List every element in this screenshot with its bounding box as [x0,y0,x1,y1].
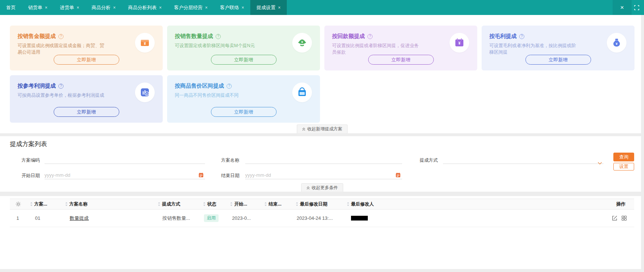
scrollbar-track[interactable] [641,15,644,272]
card-title-row: 按毛利提成 ? [489,33,524,40]
card-title: 按销售数量提成 [175,33,213,40]
card-payment-collection-commission: 按回款额提成 ? 可设置按比例提或者阶梯区间提，促进业务员催款 ¥ 立即新增 [324,26,477,70]
help-icon[interactable]: ? [216,34,221,39]
row-status: 启用 [204,210,219,227]
tab-label: 商品分析列表 [128,4,157,11]
tab-commission-settings[interactable]: 提成设置× [250,0,287,15]
sort-icon[interactable] [65,202,68,206]
calendar-icon[interactable] [198,172,204,179]
sort-icon[interactable] [30,202,33,206]
card-reference-profit-commission: 按参考利润提成 ? 可按商品设置参考单价，根据参考利润提成 ¥ 立即新增 [10,75,163,123]
tab-product-analysis-list[interactable]: 商品分析列表× [122,0,168,15]
card-description: 可设置按比例提或者阶梯区间提，促进业务员催款 [332,42,421,55]
sort-icon[interactable] [203,202,206,206]
column-header-name[interactable]: 方案名称 [65,199,88,209]
tab-sales-order[interactable]: 销货单× [22,0,54,15]
fullscreen-icon[interactable] [632,0,642,15]
section-divider [0,192,644,196]
column-header-start[interactable]: 开始... [230,199,247,209]
shopping-bag-icon [292,83,312,102]
plan-name-label: 方案名称 [221,157,239,164]
calendar-money-icon: ¥ [450,33,469,53]
edit-icon[interactable] [612,215,617,221]
end-date-input[interactable] [245,171,402,179]
column-header-method[interactable]: 提成方式 [158,199,180,209]
collapse-filters-label: 收起更多条件 [312,185,338,191]
card-description: 可设置毛利或者净利为基准，按比例提或阶梯区间提 [489,42,579,55]
plan-table: 方案... 方案名称 提成方式 状态 开始... 结束... [10,199,634,227]
column-header-code[interactable]: 方案... [30,199,47,209]
tab-close-icon[interactable]: × [159,5,162,10]
help-icon[interactable]: ? [367,34,373,39]
column-header-action: 操作 [616,199,625,209]
sort-icon[interactable] [347,202,350,206]
sort-icon[interactable] [230,202,233,206]
card-sales-quantity-commission: 按销售数量提成 ? 可设置固定或者阶梯区间每卖M个提N元 ¥ 立即新增 [167,26,320,70]
bottom-divider [0,269,644,272]
card-title: 按商品售价区间提成 [175,83,224,89]
help-icon[interactable]: ? [58,84,63,89]
card-description: 可设置提成比例或固定提成金额；商贸、贸易公司适用 [18,42,107,55]
row-start-date: 2023-0... [232,210,251,227]
card-title-row: 按参考利润提成 ? [18,83,63,89]
tab-close-icon[interactable]: × [113,5,116,10]
search-button[interactable]: 查询 [613,153,634,161]
column-header-status[interactable]: 状态 [203,199,216,209]
settings-button[interactable]: 设置 [613,163,634,171]
start-date-input[interactable] [45,171,205,179]
tab-customer-contact[interactable]: 客户联络× [214,0,250,15]
tab-close-icon[interactable]: × [205,5,208,10]
help-icon[interactable]: ? [58,34,63,39]
start-date-label: 开始日期 [22,173,40,179]
tab-home[interactable]: 首页 [0,0,22,15]
tab-close-icon[interactable]: × [45,5,47,10]
collapse-new-plan-pill[interactable]: 收起新增提成方案 [297,124,347,134]
commission-settings-page: 首页 销货单× 进货单× 商品分析× 商品分析列表× 客户分层经营× 客户联络×… [0,0,644,272]
row-modified-date: 2023-04-24 13:... [297,210,333,227]
add-now-button[interactable]: 立即新增 [368,55,434,65]
column-header-modified-by[interactable]: 最后修改人 [347,199,374,209]
commission-method-select[interactable] [443,156,603,164]
collapse-filters-pill[interactable]: 收起更多条件 [301,183,343,192]
row-code: 01 [35,210,40,227]
add-now-button[interactable]: 立即新增 [54,55,119,65]
plan-list-title: 提成方案列表 [10,140,47,148]
tab-close-icon[interactable]: × [278,5,281,10]
commission-method-label: 提成方式 [420,157,438,164]
status-badge: 启用 [204,214,219,222]
add-now-button[interactable]: 立即新增 [211,107,277,117]
window-close-icon[interactable]: × [613,0,632,15]
calendar-icon[interactable] [396,172,401,179]
sort-icon[interactable] [264,202,267,206]
grid-icon[interactable] [621,215,627,221]
card-title-row: 按商品售价区间提成 ? [175,83,232,89]
column-header-modified-date[interactable]: 最后修改日期 [296,199,327,209]
sort-icon[interactable] [158,202,161,206]
tab-purchase-order[interactable]: 进货单× [54,0,85,15]
tab-close-icon[interactable]: × [77,5,79,10]
commission-cards-grid: 按销售金额提成 ? 可设置提成比例或固定提成金额；商贸、贸易公司适用 ¥ 立即新… [10,26,635,123]
end-date-label: 结束日期 [221,173,239,179]
tab-close-icon[interactable]: × [242,5,244,10]
add-now-button[interactable]: 立即新增 [54,107,119,117]
add-now-button[interactable]: 立即新增 [211,55,277,65]
chevron-down-icon[interactable] [598,160,602,166]
tab-customer-segmentation[interactable]: 客户分层经营× [168,0,214,15]
card-price-range-commission: 按商品售价区间提成 ? 同一商品不同售价区间提成不同 立即新增 [167,75,320,123]
tab-label: 销货单 [28,4,42,11]
column-header-end[interactable]: 结束... [264,199,281,209]
table-header: 方案... 方案名称 提成方式 状态 开始... 结束... [10,199,634,210]
table-row: 1 01 数量提成 按销售数量... 启用 2023-0... 2023-04-… [10,210,634,227]
plan-name-link[interactable]: 数量提成 [70,215,89,222]
plan-name-input[interactable] [245,156,402,164]
help-icon[interactable]: ? [227,84,232,89]
plan-code-input[interactable] [45,156,205,164]
add-now-button[interactable]: 立即新增 [525,55,591,65]
card-sales-amount-commission: 按销售金额提成 ? 可设置提成比例或固定提成金额；商贸、贸易公司适用 ¥ 立即新… [10,26,163,70]
column-settings-gear-icon[interactable] [16,199,21,209]
help-icon[interactable]: ? [519,34,524,39]
card-title: 按销售金额提成 [18,33,56,40]
card-description: 可按商品设置参考单价，根据参考利润提成 [18,92,107,99]
tab-product-analysis[interactable]: 商品分析× [85,0,122,15]
sort-icon[interactable] [296,202,298,206]
